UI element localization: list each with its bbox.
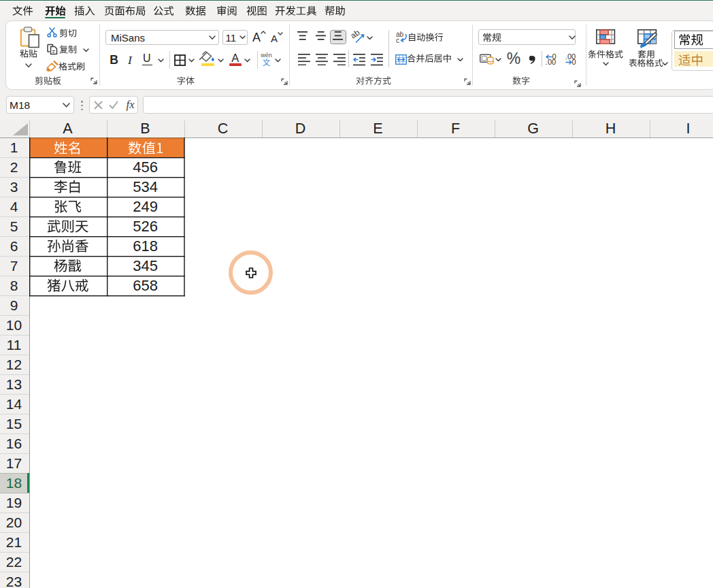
svg-text:ab: ab [351, 29, 362, 41]
svg-text:c: c [396, 37, 399, 44]
